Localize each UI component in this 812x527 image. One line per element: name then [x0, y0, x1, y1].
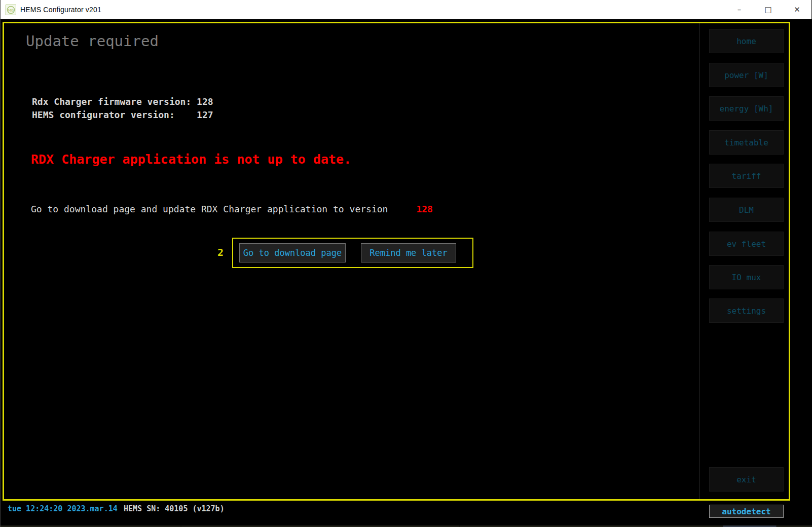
window-title: HEMS Configurator v201: [20, 6, 101, 14]
sidebar-item-tariff[interactable]: tariff: [709, 164, 784, 188]
titlebar: MG HEMS Configurator v201 – □ ✕: [1, 0, 811, 19]
minimize-button[interactable]: –: [725, 0, 754, 19]
update-warning: RDX Charger application is not up to dat…: [31, 152, 351, 167]
firmware-version-line: Rdx Charger firmware version: 128: [32, 95, 213, 108]
configurator-version-line: HEMS configurator version: 127: [32, 108, 213, 122]
remind-me-later-button[interactable]: Remind me later: [361, 243, 456, 262]
step-number-label: 2: [217, 246, 224, 258]
page-title: Update required: [26, 32, 159, 50]
status-serial-number: HEMS SN: 40105 (v127b): [124, 504, 225, 513]
target-version-value: 128: [416, 204, 433, 214]
app-window: MG HEMS Configurator v201 – □ ✕ Update r…: [0, 0, 812, 527]
autodetect-button[interactable]: autodetect: [709, 505, 784, 518]
sidebar-item-power[interactable]: power [W]: [709, 63, 784, 87]
sidebar-item-io-mux[interactable]: IO mux: [709, 265, 784, 289]
instruction-text: Go to download page and update RDX Charg…: [31, 204, 388, 214]
sidebar-item-settings[interactable]: settings: [709, 298, 784, 323]
version-info: Rdx Charger firmware version: 128 HEMS c…: [32, 95, 213, 122]
sidebar-separator: [699, 23, 700, 499]
maximize-button[interactable]: □: [754, 0, 783, 19]
status-datetime: tue 12:24:20 2023.mar.14: [8, 504, 118, 513]
update-instruction: Go to download page and update RDX Charg…: [31, 204, 433, 214]
window-controls: – □ ✕: [725, 0, 811, 19]
sidebar-item-ev-fleet[interactable]: ev fleet: [709, 232, 784, 256]
update-actions-box: Go to download page Remind me later: [232, 238, 473, 268]
close-button[interactable]: ✕: [783, 0, 811, 19]
app-content: Update required Rdx Charger firmware ver…: [1, 19, 812, 527]
svg-text:MG: MG: [8, 8, 14, 12]
sidebar-item-energy[interactable]: energy [Wh]: [709, 96, 784, 121]
sidebar-item-dlm[interactable]: DLM: [709, 198, 784, 222]
sidebar-item-home[interactable]: home: [709, 29, 784, 53]
sidebar-item-timetable[interactable]: timetable: [709, 130, 784, 155]
app-icon: MG: [6, 5, 16, 15]
exit-button[interactable]: exit: [709, 467, 784, 492]
go-to-download-page-button[interactable]: Go to download page: [239, 243, 346, 262]
